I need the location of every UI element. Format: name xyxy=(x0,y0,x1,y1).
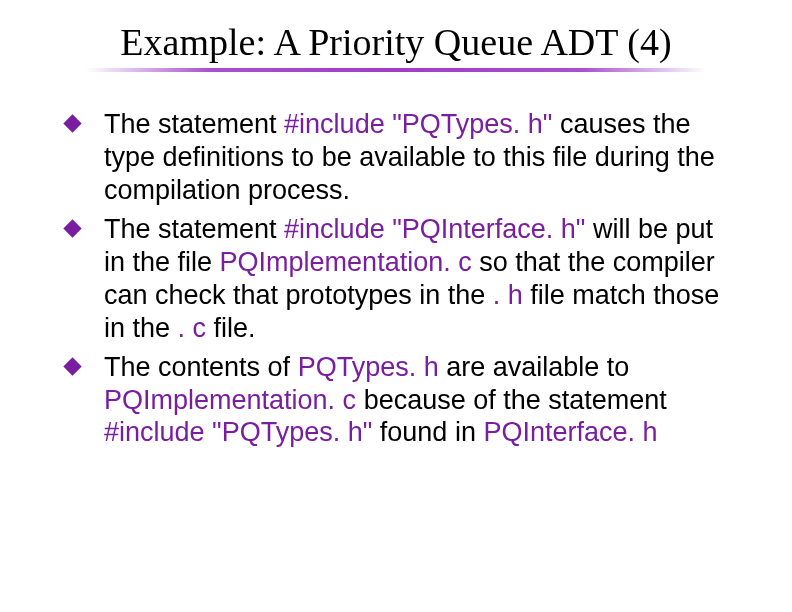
highlight-run: PQTypes. h xyxy=(298,352,439,382)
text-run: The statement xyxy=(104,214,284,244)
highlight-run: . h xyxy=(493,280,523,310)
highlight-run: PQImplementation. c xyxy=(104,385,356,415)
highlight-run: #include "PQTypes. h" xyxy=(284,109,552,139)
bullet-icon xyxy=(63,357,81,375)
highlight-run: #include "PQInterface. h" xyxy=(284,214,585,244)
bullet-icon xyxy=(63,114,81,132)
text-run: found in xyxy=(372,417,483,447)
text-run: because of the statement xyxy=(356,385,667,415)
highlight-run: PQInterface. h xyxy=(483,417,657,447)
text-run: The statement xyxy=(104,109,284,139)
highlight-run: #include "PQTypes. h" xyxy=(104,417,372,447)
list-item: The statement #include "PQTypes. h" caus… xyxy=(60,108,732,207)
text-run: The contents of xyxy=(104,352,298,382)
list-item: The contents of PQTypes. h are available… xyxy=(60,351,732,450)
highlight-run: . c xyxy=(178,313,207,343)
text-run: are available to xyxy=(439,352,630,382)
text-run: file. xyxy=(206,313,256,343)
highlight-run: PQImplementation. c xyxy=(220,247,472,277)
slide: Example: A Priority Queue ADT (4) The st… xyxy=(0,0,792,612)
bullet-icon xyxy=(63,219,81,237)
title-underline xyxy=(86,68,706,72)
list-item: The statement #include "PQInterface. h" … xyxy=(60,213,732,345)
slide-title: Example: A Priority Queue ADT (4) xyxy=(50,20,742,64)
bullet-list: The statement #include "PQTypes. h" caus… xyxy=(50,108,742,449)
